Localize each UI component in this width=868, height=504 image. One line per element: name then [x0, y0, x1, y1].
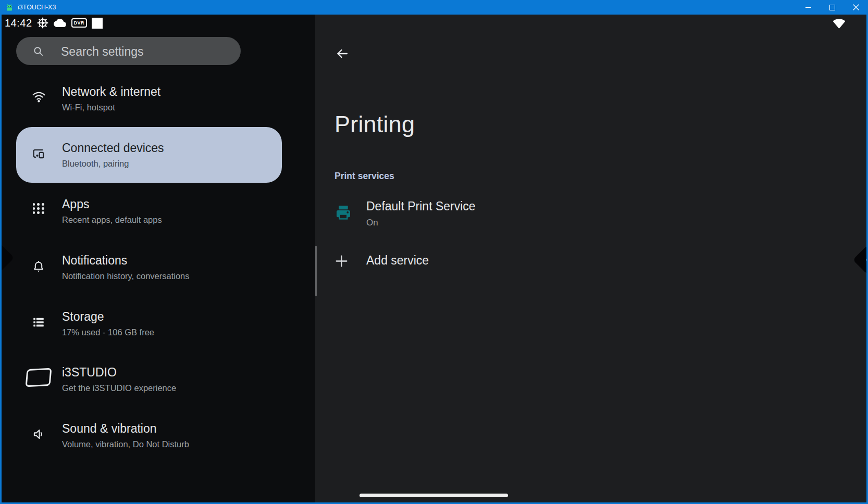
- wifi-icon: [24, 91, 53, 103]
- sidebar-item-subtitle: 17% used - 106 GB free: [62, 327, 154, 337]
- window-titlebar: i3TOUCH-X3: [0, 0, 868, 15]
- sidebar-item-i3studio[interactable]: i3STUDIO Get the i3STUDIO experience: [0, 351, 315, 407]
- dvr-badge-icon: DVR: [71, 18, 88, 28]
- sidebar-item-title: i3STUDIO: [62, 366, 117, 380]
- connected-devices-icon: [24, 147, 53, 161]
- sidebar-item-title: Network & internet: [62, 85, 160, 99]
- cloud-icon: [53, 18, 67, 28]
- android-status-bar: 14:42: [0, 15, 868, 31]
- sidebar-item-title: Sound & vibration: [62, 422, 157, 436]
- service-title: Default Print Service: [366, 199, 476, 213]
- maximize-icon: [829, 5, 835, 10]
- sidebar-item-storage[interactable]: Storage 17% used - 106 GB free: [0, 296, 315, 351]
- sidebar-item-subtitle: Get the i3STUDIO experience: [62, 383, 176, 393]
- sidebar-item-title: Apps: [62, 197, 89, 211]
- sidebar-item-subtitle: Recent apps, default apps: [62, 215, 162, 225]
- sidebar-item-notifications[interactable]: Notifications Notification history, conv…: [0, 240, 315, 295]
- plus-icon: [334, 254, 349, 270]
- i3studio-screen-icon: [24, 369, 53, 386]
- android-app-icon: [5, 3, 14, 11]
- sidebar-item-network-internet[interactable]: Network & internet Wi-Fi, hotspot: [0, 71, 315, 127]
- blank-square-icon: [92, 18, 103, 29]
- default-print-service-row[interactable]: Default Print Service On: [315, 194, 866, 235]
- sidebar-item-sound-vibration[interactable]: Sound & vibration Volume, vibration, Do …: [0, 408, 315, 463]
- search-settings-bar[interactable]: [16, 37, 241, 65]
- back-arrow-icon: [335, 46, 350, 61]
- storage-icon: [24, 316, 53, 329]
- maximize-button[interactable]: [820, 0, 844, 15]
- printer-icon: [333, 203, 353, 225]
- window-border: [0, 15, 2, 504]
- back-button[interactable]: [333, 45, 351, 62]
- settings-gear-icon: [37, 17, 48, 29]
- close-icon: [853, 4, 859, 10]
- wifi-status-icon: [832, 18, 846, 31]
- close-button[interactable]: [844, 0, 868, 15]
- window-controls: [796, 0, 868, 15]
- minimize-button[interactable]: [796, 0, 820, 15]
- apps-grid-icon: [24, 203, 53, 214]
- sidebar-item-title: Storage: [62, 310, 104, 324]
- status-clock: 14:42: [5, 17, 32, 29]
- add-service-row[interactable]: Add service: [315, 245, 866, 277]
- sidebar-item-subtitle: Bluetooth, pairing: [62, 159, 129, 169]
- sidebar-item-title: Connected devices: [62, 141, 164, 155]
- add-service-label: Add service: [366, 254, 429, 268]
- minimize-icon: [805, 7, 811, 8]
- window-title: i3TOUCH-X3: [18, 4, 796, 11]
- notifications-bell-icon: [24, 259, 53, 274]
- sidebar-item-subtitle: Wi-Fi, hotspot: [62, 103, 115, 112]
- sidebar-item-connected-devices[interactable]: Connected devices Bluetooth, pairing: [16, 127, 282, 183]
- sidebar-item-title: Notifications: [62, 254, 127, 268]
- search-input[interactable]: [60, 37, 234, 66]
- app-window: 14:42: [0, 0, 868, 504]
- sidebar-item-subtitle: Notification history, conversations: [62, 271, 190, 281]
- speaker-icon: [24, 427, 53, 441]
- search-icon: [32, 45, 44, 57]
- page-title: Printing: [334, 111, 415, 138]
- print-services-section-header: Print services: [334, 171, 394, 182]
- service-status: On: [366, 218, 378, 228]
- sidebar-item-apps[interactable]: Apps Recent apps, default apps: [0, 183, 315, 239]
- sidebar-item-subtitle: Volume, vibration, Do Not Disturb: [62, 439, 189, 449]
- gesture-navigation-bar[interactable]: [359, 494, 508, 497]
